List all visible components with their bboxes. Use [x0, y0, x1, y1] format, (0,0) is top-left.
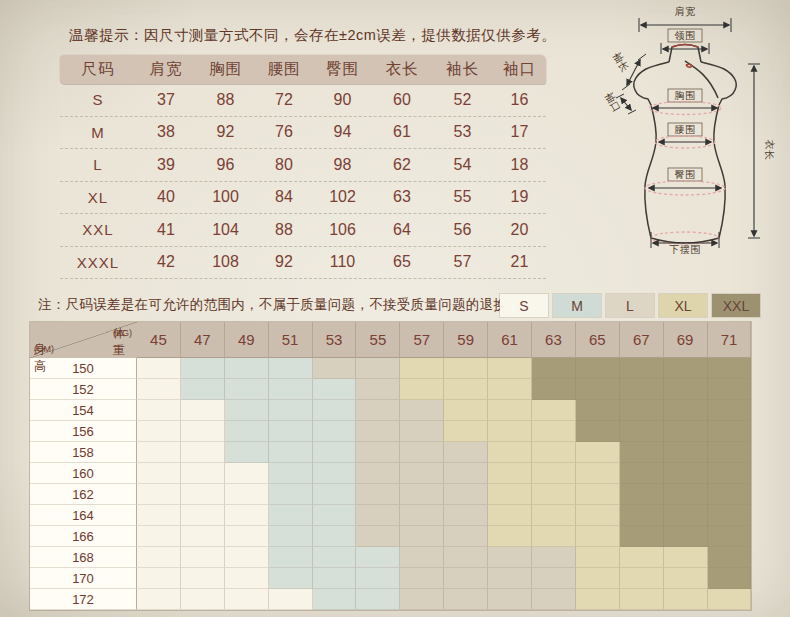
length-label: 衣长 [764, 140, 775, 161]
waist-label: 腰围 [675, 124, 696, 135]
height-row-label: 170 [30, 568, 137, 589]
matrix-cell-size-xl [576, 589, 620, 610]
size-value: 108 [196, 247, 255, 279]
bust-label: 胸围 [675, 90, 696, 101]
matrix-cell-size-xl [576, 505, 620, 526]
matrix-cell-size-l [400, 526, 444, 547]
matrix-cell-size-s [181, 589, 225, 610]
matrix-cell-size-m [313, 568, 357, 589]
matrix-cell-size-xl [444, 421, 488, 442]
matrix-cell-size-s [137, 358, 181, 379]
matrix-cell-size-s [181, 568, 225, 589]
shoulder-label: 肩宽 [675, 6, 696, 17]
matrix-cell-size-m [269, 421, 313, 442]
matrix-cell-size-xxl [620, 358, 664, 379]
size-table-row: XXXL4210892110655721 [60, 247, 546, 280]
matrix-cell-size-l [313, 358, 357, 379]
matrix-cell-size-m [313, 526, 357, 547]
matrix-cell-size-s [225, 463, 269, 484]
size-name: XXXL [60, 247, 136, 279]
matrix-cell-size-s [181, 400, 225, 421]
neck-label: 领围 [675, 30, 696, 41]
matrix-cell-size-xl [532, 526, 576, 547]
matrix-cell-size-m [181, 358, 225, 379]
size-value: 65 [372, 247, 432, 279]
legend-swatch-l: L [606, 294, 654, 317]
size-value: 53 [432, 117, 493, 149]
matrix-cell-size-l [532, 547, 576, 568]
matrix-cell-size-xl [532, 484, 576, 505]
legend-swatch-xl: XL [659, 294, 707, 317]
matrix-cell-size-s [137, 442, 181, 463]
sleeve-length-label: 袖长 [611, 50, 631, 74]
matrix-cell-size-l [356, 463, 400, 484]
matrix-cell-size-m [356, 589, 400, 610]
matrix-cell-size-m [313, 484, 357, 505]
matrix-cell-size-l [400, 547, 444, 568]
matrix-cell-size-l [444, 589, 488, 610]
matrix-cell-size-xxl [532, 358, 576, 379]
matrix-cell-size-xl [444, 379, 488, 400]
matrix-cell-size-m [313, 421, 357, 442]
size-value: 63 [372, 182, 432, 214]
size-value: 96 [196, 149, 255, 181]
matrix-cell-size-xxl [620, 463, 664, 484]
matrix-cell-size-s [137, 589, 181, 610]
matrix-cell-size-xxl [664, 358, 708, 379]
size-name: XXL [60, 214, 136, 246]
weight-column-header: 55 [356, 322, 400, 358]
size-table-header: 尺码肩宽胸围腰围臀围衣长袖长袖口 [60, 55, 546, 84]
size-table-column-header: 肩宽 [136, 55, 196, 84]
weight-column-header: 49 [225, 322, 269, 358]
cuff-label: 袖口 [603, 90, 623, 114]
size-value: 57 [432, 247, 493, 279]
size-value: 41 [136, 214, 196, 246]
size-table-row: L39968098625418 [60, 149, 546, 182]
size-value: 98 [313, 149, 372, 181]
size-name: XL [60, 182, 136, 214]
size-table-column-header: 腰围 [255, 55, 313, 84]
matrix-cell-size-m [225, 358, 269, 379]
height-row-label: 162 [30, 484, 137, 505]
size-value: 60 [372, 84, 432, 116]
size-value: 55 [432, 182, 493, 214]
matrix-cell-size-xl [532, 442, 576, 463]
size-value: 42 [136, 247, 196, 279]
size-value: 18 [493, 149, 546, 181]
matrix-cell-size-xxl [664, 400, 708, 421]
size-value: 52 [432, 84, 493, 116]
matrix-cell-size-xl [400, 379, 444, 400]
matrix-cell-size-m [269, 547, 313, 568]
matrix-cell-size-s [181, 484, 225, 505]
size-value: 16 [493, 84, 546, 116]
size-value: 37 [136, 84, 196, 116]
matrix-cell-size-s [225, 505, 269, 526]
weight-column-header: 69 [664, 322, 708, 358]
size-name: L [60, 149, 136, 181]
matrix-cell-size-m [356, 547, 400, 568]
matrix-cell-size-l [444, 526, 488, 547]
size-value: 92 [255, 247, 313, 279]
matrix-cell-size-xxl [576, 358, 620, 379]
matrix-cell-size-xxl [664, 442, 708, 463]
matrix-cell-size-xxl [664, 421, 708, 442]
matrix-cell-size-l [356, 442, 400, 463]
matrix-cell-size-xxl [708, 568, 752, 589]
matrix-cell-size-l [488, 547, 532, 568]
matrix-cell-size-l [400, 463, 444, 484]
matrix-cell-size-l [400, 442, 444, 463]
matrix-cell-size-xxl [664, 463, 708, 484]
size-value: 80 [255, 149, 313, 181]
size-value: 94 [313, 117, 372, 149]
matrix-cell-size-s [137, 568, 181, 589]
matrix-cell-size-m [313, 505, 357, 526]
size-value: 72 [255, 84, 313, 116]
matrix-cell-size-xxl [664, 505, 708, 526]
weight-column-header: 45 [137, 322, 181, 358]
height-weight-matrix: 体重(KG) 身高(CM) 45474951535557596163656769… [30, 322, 751, 610]
matrix-cell-size-xxl [576, 400, 620, 421]
size-table: 尺码肩宽胸围腰围臀围衣长袖长袖口 S37887290605216M3892769… [60, 55, 546, 279]
matrix-cell-size-xxl [620, 379, 664, 400]
matrix-cell-size-m [181, 379, 225, 400]
size-value: 110 [313, 247, 372, 279]
